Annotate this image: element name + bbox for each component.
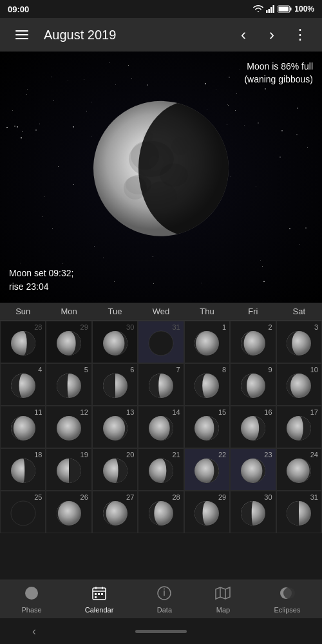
nav-item-calendar[interactable]: Calendar [77, 583, 122, 616]
cal-day-number: 8 [222, 366, 226, 374]
cal-day-number: 28 [172, 493, 180, 501]
moon-phase-icon [9, 329, 37, 360]
cal-cell-other-28[interactable]: 28 [0, 321, 46, 363]
svg-rect-133 [95, 593, 97, 595]
svg-rect-5 [290, 8, 292, 11]
cal-cell-16[interactable]: 16 [230, 406, 276, 448]
cal-day-number: 25 [34, 493, 42, 501]
cal-day-number: 6 [130, 366, 134, 374]
svg-rect-134 [98, 593, 100, 595]
nav-item-map[interactable]: Map [207, 583, 238, 616]
cal-day-number: 31 [172, 323, 180, 331]
next-button[interactable]: › [260, 23, 283, 46]
phase-label: Phase [22, 606, 42, 614]
cal-cell-19[interactable]: 19 [46, 448, 91, 491]
cal-day-number: 7 [176, 366, 180, 374]
cal-day-number: 30 [126, 323, 134, 331]
svg-rect-135 [101, 593, 103, 595]
cal-cell-15[interactable]: 15 [184, 406, 230, 448]
map-label: Map [216, 606, 230, 614]
app-bar: August 2019 ‹ › ⋮ [0, 18, 322, 52]
eclipses-label: Eclipses [274, 606, 300, 614]
home-pill[interactable] [135, 630, 187, 633]
moon-phase-icon [55, 372, 83, 402]
day-header-wed: Wed [138, 303, 184, 320]
day-header-sat: Sat [276, 303, 322, 320]
cal-cell-1[interactable]: 1 [184, 321, 230, 363]
moon-phase-icon [101, 457, 129, 488]
moon-phase-icon [101, 499, 129, 530]
svg-point-128 [25, 587, 38, 600]
cal-cell-27[interactable]: 27 [92, 491, 138, 533]
cal-cell-13[interactable]: 13 [92, 406, 138, 448]
cal-cell-10[interactable]: 10 [276, 363, 322, 406]
nav-item-eclipses[interactable]: Eclipses [266, 583, 308, 616]
cal-cell-other-30[interactable]: 30 [92, 321, 138, 363]
moon-phase-icon [239, 457, 267, 488]
cal-cell-18[interactable]: 18 [0, 448, 46, 491]
moon-fullness-text: Moon is 86% full [244, 61, 313, 73]
moon-phase-icon [55, 457, 83, 488]
moon-phase-icon [55, 499, 83, 530]
cal-cell-20[interactable]: 20 [92, 448, 138, 491]
cal-cell-22[interactable]: 22 [184, 448, 230, 491]
cal-cell-8[interactable]: 8 [184, 363, 230, 406]
cal-cell-28[interactable]: 28 [138, 491, 184, 533]
back-button[interactable]: ‹ [32, 625, 36, 638]
cal-day-number: 19 [80, 451, 88, 459]
prev-button[interactable]: ‹ [232, 23, 255, 46]
cal-day-number: 18 [34, 451, 42, 459]
cal-cell-24[interactable]: 24 [276, 448, 322, 491]
moon-phase-icon [9, 457, 37, 488]
cal-day-number: 9 [268, 366, 272, 374]
menu-button[interactable] [10, 23, 33, 46]
cal-cell-26[interactable]: 26 [46, 491, 91, 533]
moon-phase-icon [285, 499, 313, 530]
svg-rect-3 [273, 5, 275, 13]
moon-phase-icon [285, 329, 313, 360]
cal-day-number: 22 [218, 451, 226, 459]
cal-cell-12[interactable]: 12 [46, 406, 91, 448]
cal-cell-21[interactable]: 21 [138, 448, 184, 491]
day-header-thu: Thu [184, 303, 230, 320]
android-nav-bar: ‹ [0, 618, 322, 644]
cal-day-number: 20 [126, 451, 134, 459]
cal-cell-other-31[interactable]: 31 [138, 321, 184, 363]
more-button[interactable]: ⋮ [289, 23, 312, 46]
day-header-tue: Tue [92, 303, 138, 320]
cal-cell-4[interactable]: 4 [0, 363, 46, 406]
moon-phase-icon [193, 329, 221, 360]
svg-point-34 [149, 331, 173, 355]
moon-phase-icon [193, 372, 221, 402]
cal-cell-23[interactable]: 23 [230, 448, 276, 491]
cal-cell-2[interactable]: 2 [230, 321, 276, 363]
moon-phase-icon [147, 414, 175, 445]
svg-point-109 [11, 501, 35, 526]
nav-item-phase[interactable]: Phase [14, 583, 50, 616]
svg-rect-9 [15, 38, 28, 39]
data-label: Data [157, 606, 172, 614]
cal-cell-25[interactable]: 25 [0, 491, 46, 533]
moon-phase-icon [285, 457, 313, 488]
app-bar-actions: ‹ › ⋮ [232, 23, 312, 46]
calendar-grid[interactable]: 28 29 30 31 1 2 3 4 5 6 7 [0, 321, 322, 533]
cal-cell-30[interactable]: 30 [230, 491, 276, 533]
cal-cell-29[interactable]: 29 [184, 491, 230, 533]
cal-day-number: 30 [264, 493, 272, 501]
cal-cell-3[interactable]: 3 [276, 321, 322, 363]
cal-cell-5[interactable]: 5 [46, 363, 91, 406]
cal-cell-6[interactable]: 6 [92, 363, 138, 406]
cal-day-number: 16 [264, 408, 272, 416]
battery-text: 100% [294, 5, 314, 14]
cal-cell-9[interactable]: 9 [230, 363, 276, 406]
cal-cell-other-29[interactable]: 29 [46, 321, 91, 363]
cal-cell-17[interactable]: 17 [276, 406, 322, 448]
menu-icon [15, 30, 28, 39]
svg-rect-7 [15, 30, 28, 32]
cal-cell-14[interactable]: 14 [138, 406, 184, 448]
cal-cell-31[interactable]: 31 [276, 491, 322, 533]
nav-item-data[interactable]: Data [149, 583, 180, 616]
cal-cell-11[interactable]: 11 [0, 406, 46, 448]
cal-day-number: 12 [80, 408, 88, 416]
cal-cell-7[interactable]: 7 [138, 363, 184, 406]
